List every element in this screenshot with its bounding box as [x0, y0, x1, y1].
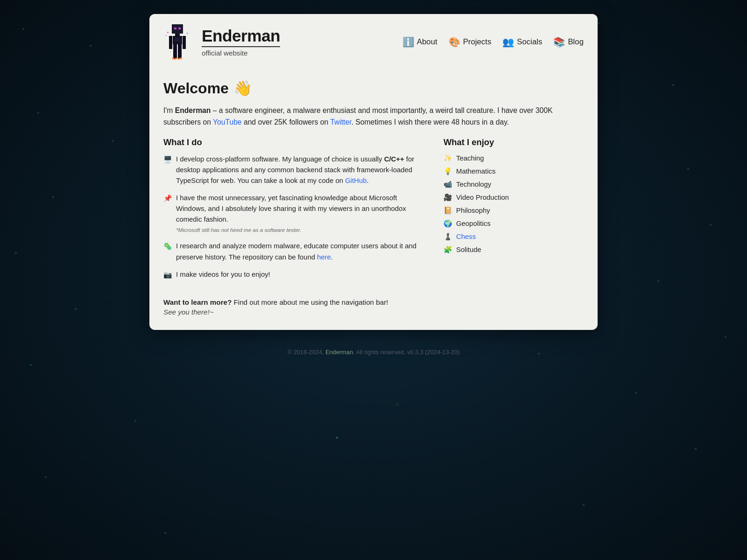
enjoy-list: ✨ Teaching 💡 Mathematics 📹 Technology	[444, 154, 584, 254]
youtube-link[interactable]: YouTube	[213, 118, 242, 126]
main-content: Welcome 👋 I'm Enderman – a software engi…	[149, 68, 598, 330]
what-i-do-list: 🖥️ I develop cross-platform software. My…	[163, 154, 425, 280]
enjoy-item-solitude: 🧩 Solitude	[444, 245, 584, 254]
github-link[interactable]: GitHub	[345, 177, 366, 184]
footer-name-link[interactable]: Enderman	[325, 349, 353, 356]
socials-icon: 👥	[502, 36, 514, 48]
svg-rect-11	[166, 35, 167, 36]
svg-rect-5	[169, 36, 172, 49]
welcome-text: Welcome	[163, 80, 229, 97]
blog-icon: 📚	[553, 36, 565, 48]
cta-italic: See you there!~	[163, 308, 584, 316]
enjoy-item-chess: ♟️ Chess	[444, 232, 584, 241]
footer-rights: . All rights reserved.	[353, 349, 407, 356]
camera-icon: 📷	[163, 270, 172, 280]
footer-version: v0.3.3 (2024-13-20)	[407, 349, 459, 356]
video-icon: 🎥	[444, 193, 452, 202]
page-wrapper: Enderman official website ℹ️ About 🎨 Pro…	[0, 0, 747, 560]
svg-rect-9	[175, 37, 180, 41]
intro-middle: and over 25K followers on	[242, 118, 331, 126]
nav-about-label: About	[417, 37, 437, 47]
teaching-icon: ✨	[444, 154, 452, 162]
what-i-do-column: What I do 🖥️ I develop cross-platform so…	[163, 137, 444, 287]
nav-projects-label: Projects	[463, 37, 492, 47]
site-title-area: Enderman official website	[202, 27, 280, 57]
nav-socials[interactable]: 👥 Socials	[502, 36, 542, 48]
what-i-enjoy-column: What I enjoy ✨ Teaching 💡 Mathematics 📹	[444, 137, 584, 287]
svg-rect-7	[173, 44, 177, 58]
about-icon: ℹ️	[402, 36, 414, 48]
cta-text: Want to learn more? Find out more about …	[163, 298, 584, 306]
nav-projects[interactable]: 🎨 Projects	[449, 36, 492, 48]
page-footer: © 2018-2024, Enderman. All rights reserv…	[288, 349, 460, 356]
tech-icon: 📹	[444, 180, 452, 189]
nav-about[interactable]: ℹ️ About	[402, 36, 437, 48]
intro-paragraph: I'm Enderman – a software engineer, a ma…	[163, 105, 584, 128]
malware-icon: 🦠	[163, 241, 172, 252]
svg-rect-2	[178, 28, 181, 29]
nav-blog-label: Blog	[568, 37, 584, 47]
pin-icon: 📌	[163, 193, 172, 204]
svg-rect-8	[178, 44, 182, 58]
geopolitics-label: Geopolitics	[456, 220, 491, 227]
svg-rect-18	[180, 57, 182, 59]
site-subtitle: official website	[202, 49, 280, 57]
svg-rect-10	[167, 32, 169, 33]
header: Enderman official website ℹ️ About 🎨 Pro…	[149, 14, 598, 68]
list-item: 📌 I have the most unnecessary, yet fasci…	[163, 193, 425, 234]
cta-rest: Find out more about me using the navigat…	[232, 298, 388, 306]
svg-rect-16	[176, 58, 177, 59]
ms-note: *Microsoft still has not hired me as a s…	[176, 226, 425, 234]
nav-area: ℹ️ About 🎨 Projects 👥 Socials 📚 Blog	[402, 36, 584, 48]
video-label: Video Production	[456, 194, 509, 201]
repo-link[interactable]: here	[317, 253, 331, 261]
geopolitics-icon: 🌍	[444, 219, 452, 228]
svg-rect-0	[172, 24, 183, 34]
intro-end: . Sometimes I wish there were 48 hours i…	[352, 118, 509, 126]
welcome-heading: Welcome 👋	[163, 79, 584, 97]
philosophy-label: Philosophy	[456, 207, 490, 214]
enjoy-item-philosophy: 📔 Philosophy	[444, 206, 584, 215]
two-column-section: What I do 🖥️ I develop cross-platform so…	[163, 137, 584, 287]
bullet-text-4: I make videos for you to enjoy!	[176, 269, 270, 280]
logo-area: Enderman official website	[163, 23, 280, 61]
what-i-enjoy-heading: What I enjoy	[444, 137, 584, 147]
philosophy-icon: 📔	[444, 206, 452, 215]
wave-emoji: 👋	[233, 79, 252, 97]
site-title: Enderman	[202, 27, 280, 45]
math-icon: 💡	[444, 167, 452, 175]
footer-copyright: © 2018-2024,	[288, 349, 325, 356]
cta-bold: Want to learn more?	[163, 298, 232, 306]
svg-rect-12	[187, 33, 188, 34]
bullet-text-1: I develop cross-platform software. My la…	[176, 154, 425, 186]
svg-rect-6	[183, 36, 186, 49]
enjoy-item-mathematics: 💡 Mathematics	[444, 167, 584, 175]
what-i-do-heading: What I do	[163, 137, 425, 147]
bullet-text-3: I research and analyze modern malware, e…	[176, 241, 425, 262]
logo-image	[163, 23, 196, 61]
svg-rect-13	[170, 51, 171, 52]
chess-link[interactable]: Chess	[456, 233, 476, 240]
svg-rect-14	[172, 57, 174, 59]
list-item: 🦠 I research and analyze modern malware,…	[163, 241, 425, 262]
author-name: Enderman	[175, 106, 211, 114]
projects-icon: 🎨	[449, 36, 460, 48]
twitter-link[interactable]: Twitter	[330, 118, 351, 126]
enjoy-item-technology: 📹 Technology	[444, 180, 584, 189]
svg-rect-15	[174, 58, 176, 60]
cta-section: Want to learn more? Find out more about …	[163, 298, 584, 316]
lang-bold: C/C++	[384, 155, 404, 163]
list-item: 📷 I make videos for you to enjoy!	[163, 269, 425, 280]
solitude-icon: 🧩	[444, 245, 452, 254]
svg-rect-17	[178, 58, 179, 60]
title-underline	[202, 46, 280, 47]
solitude-label: Solitude	[456, 246, 481, 253]
enjoy-item-geopolitics: 🌍 Geopolitics	[444, 219, 584, 228]
enjoy-item-teaching: ✨ Teaching	[444, 154, 584, 162]
svg-rect-3	[175, 34, 180, 36]
nav-blog[interactable]: 📚 Blog	[553, 36, 584, 48]
computer-icon: 🖥️	[163, 154, 172, 165]
list-item: 🖥️ I develop cross-platform software. My…	[163, 154, 425, 186]
intro-before-name: I'm	[163, 106, 175, 114]
main-card: Enderman official website ℹ️ About 🎨 Pro…	[149, 14, 598, 330]
